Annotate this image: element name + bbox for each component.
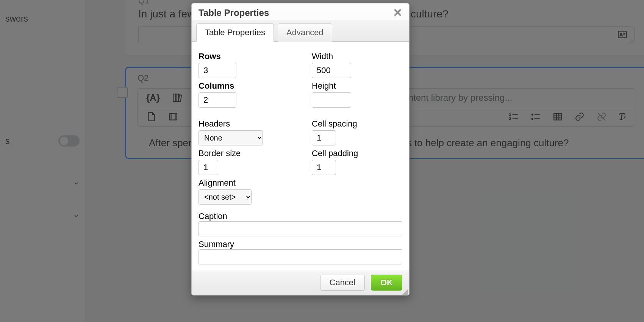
caption-input[interactable] — [199, 221, 402, 236]
label-columns: Columns — [199, 81, 289, 91]
label-width: Width — [312, 52, 402, 61]
label-cell-spacing: Cell spacing — [312, 119, 402, 129]
label-caption: Caption — [199, 211, 227, 221]
dialog-tabs: Table Properties Advanced — [192, 20, 409, 42]
dialog-footer: Cancel OK — [192, 270, 409, 295]
label-border-size: Border size — [199, 148, 289, 158]
label-headers: Headers — [199, 119, 289, 129]
summary-input[interactable] — [199, 249, 402, 264]
ok-button[interactable]: OK — [371, 275, 402, 291]
cell-padding-input[interactable] — [312, 160, 336, 175]
dialog-resize-grip-icon[interactable] — [402, 289, 408, 295]
label-rows: Rows — [199, 52, 289, 61]
label-height: Height — [312, 81, 402, 91]
dialog-title: Table Properties — [199, 8, 269, 18]
columns-input[interactable] — [199, 92, 236, 108]
table-properties-dialog: Table Properties ✕ Table Properties Adva… — [191, 3, 410, 295]
headers-select[interactable]: None — [199, 130, 263, 145]
label-alignment: Alignment — [199, 178, 289, 188]
dialog-body: Rows Columns Headers None Border size Al… — [192, 42, 409, 270]
label-summary: Summary — [199, 239, 402, 249]
alignment-select[interactable]: <not set> — [199, 189, 252, 205]
close-icon[interactable]: ✕ — [393, 7, 402, 19]
height-input[interactable] — [312, 92, 351, 108]
cancel-button[interactable]: Cancel — [320, 275, 365, 291]
label-cell-padding: Cell padding — [312, 148, 402, 158]
width-input[interactable] — [312, 63, 351, 78]
tab-table-properties[interactable]: Table Properties — [196, 23, 274, 42]
border-size-input[interactable] — [199, 160, 218, 175]
tab-advanced[interactable]: Advanced — [278, 23, 332, 42]
cell-spacing-input[interactable] — [312, 130, 336, 145]
rows-input[interactable] — [199, 63, 236, 78]
dialog-titlebar[interactable]: Table Properties ✕ — [192, 3, 409, 20]
